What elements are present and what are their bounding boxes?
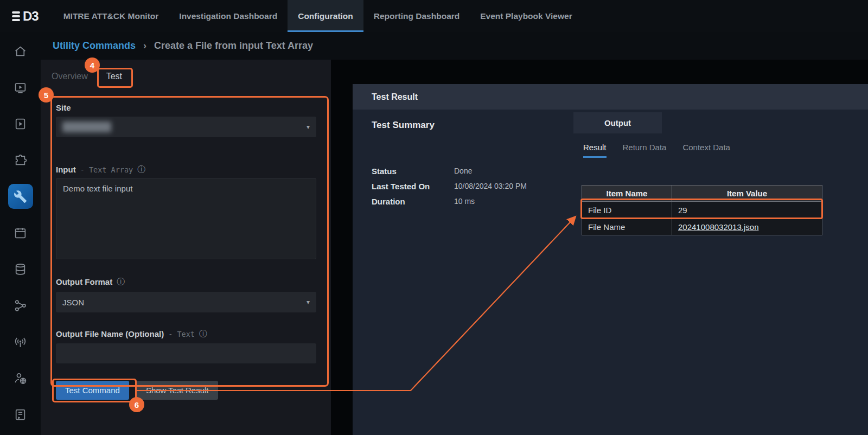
playbook-play-icon bbox=[14, 117, 27, 131]
home-icon bbox=[14, 44, 27, 58]
subtab-return-data[interactable]: Return Data bbox=[623, 143, 667, 158]
cell-file-name-value: 20241008032013.json bbox=[672, 219, 822, 235]
summary-label-last-tested: Last Tested On bbox=[372, 182, 454, 193]
cell-file-id-value: 29 bbox=[672, 202, 822, 219]
output-file-name-type-text: - Text bbox=[168, 330, 195, 338]
calendar-icon bbox=[14, 226, 27, 240]
output-format-value: JSON bbox=[62, 298, 84, 307]
nav-investigation-dashboard[interactable]: Investigation Dashboard bbox=[169, 0, 288, 32]
command-panel-tabs: Overview Test bbox=[52, 72, 122, 88]
sidebar-item-event-monitor[interactable] bbox=[8, 75, 33, 100]
top-nav-items: MITRE ATT&CK Monitor Investigation Dashb… bbox=[53, 0, 583, 32]
table-header-item-value: Item Value bbox=[672, 185, 822, 202]
puzzle-icon bbox=[14, 153, 27, 167]
summary-label-duration: Duration bbox=[372, 197, 454, 208]
test-result-title: Test Result bbox=[372, 92, 418, 102]
sidebar-item-integrations[interactable] bbox=[8, 148, 33, 172]
chevron-down-icon: ▾ bbox=[307, 123, 310, 131]
database-icon bbox=[14, 263, 27, 276]
info-icon[interactable]: ⓘ bbox=[199, 329, 207, 339]
table-header-row: Item Name Item Value bbox=[582, 185, 822, 202]
annotation-badge-4: 4 bbox=[85, 57, 100, 73]
event-monitor-icon bbox=[14, 81, 27, 94]
top-navigation-bar: D3 MITRE ATT&CK Monitor Investigation Da… bbox=[0, 0, 868, 32]
table-row-file-name: File Name 20241008032013.json bbox=[582, 219, 822, 235]
report-certificate-icon bbox=[14, 408, 27, 421]
site-label: Site bbox=[56, 103, 71, 112]
input-label: Input - Text Array ⓘ bbox=[56, 164, 145, 175]
breadcrumb-chevron-icon: › bbox=[143, 40, 146, 52]
subtab-context-data[interactable]: Context Data bbox=[682, 143, 730, 158]
output-file-name-label-text: Output File Name (Optional) bbox=[56, 329, 164, 338]
icon-sidebar bbox=[0, 32, 41, 435]
input-textarea[interactable]: Demo text file input bbox=[56, 178, 316, 259]
sidebar-item-utility-commands[interactable] bbox=[8, 184, 33, 209]
sidebar-item-remote-sites[interactable] bbox=[8, 366, 33, 391]
sidebar-item-live-feeds[interactable] bbox=[8, 329, 33, 354]
output-format-label-text: Output Format bbox=[56, 277, 112, 286]
annotation-badge-6: 6 bbox=[129, 397, 144, 412]
output-subtabs: Result Return Data Context Data bbox=[583, 143, 730, 158]
nav-event-playbook-viewer[interactable]: Event Playbook Viewer bbox=[470, 0, 582, 32]
sidebar-item-connections[interactable] bbox=[8, 293, 33, 318]
d3-logo-text: D3 bbox=[23, 9, 39, 24]
show-test-result-button[interactable]: Show Test Result bbox=[137, 381, 218, 400]
sidebar-item-home[interactable] bbox=[8, 39, 33, 63]
info-icon[interactable]: ⓘ bbox=[137, 164, 145, 175]
test-result-panel: Test Result Test Summary Status Done Las… bbox=[353, 84, 868, 435]
tab-overview[interactable]: Overview bbox=[52, 72, 88, 88]
sidebar-item-data-management[interactable] bbox=[8, 257, 33, 282]
user-globe-icon bbox=[14, 372, 27, 385]
cell-file-name-name: File Name bbox=[582, 219, 672, 235]
output-file-name-input[interactable] bbox=[56, 343, 316, 363]
summary-value-last-tested: 10/08/2024 03:20 PM bbox=[454, 182, 527, 193]
site-label-text: Site bbox=[56, 103, 71, 112]
site-select[interactable]: ▾ bbox=[56, 117, 316, 137]
breadcrumb: Utility Commands › Create a File from in… bbox=[0, 32, 868, 60]
test-command-button[interactable]: Test Command bbox=[56, 381, 129, 400]
file-name-link[interactable]: 20241008032013.json bbox=[678, 222, 758, 232]
tab-output[interactable]: Output bbox=[573, 112, 662, 133]
sidebar-item-schedule[interactable] bbox=[8, 220, 33, 245]
cell-file-id-name: File ID bbox=[582, 202, 672, 219]
chevron-down-icon: ▾ bbox=[307, 298, 310, 306]
summary-value-status: Done bbox=[454, 167, 527, 178]
nav-configuration[interactable]: Configuration bbox=[288, 0, 363, 32]
input-type-text: - Text Array bbox=[80, 165, 133, 174]
nav-reporting-dashboard[interactable]: Reporting Dashboard bbox=[363, 0, 470, 32]
d3-logo[interactable]: D3 bbox=[0, 0, 53, 32]
share-nodes-icon bbox=[14, 299, 27, 312]
app-window: D3 MITRE ATT&CK Monitor Investigation Da… bbox=[0, 0, 868, 435]
summary-value-duration: 10 ms bbox=[454, 197, 527, 208]
tab-test[interactable]: Test bbox=[106, 72, 122, 88]
broadcast-icon bbox=[14, 335, 27, 349]
output-format-label: Output Format ⓘ bbox=[56, 277, 125, 287]
output-result-table: Item Name Item Value File ID 29 File Nam… bbox=[582, 185, 822, 235]
site-value-redacted bbox=[62, 121, 111, 132]
command-test-panel: Overview Test Site ▾ Input - Text Array … bbox=[41, 60, 331, 435]
d3-logo-icon bbox=[12, 11, 20, 21]
nav-mitre-attack-monitor[interactable]: MITRE ATT&CK Monitor bbox=[53, 0, 169, 32]
info-icon[interactable]: ⓘ bbox=[117, 277, 125, 287]
input-label-text: Input bbox=[56, 165, 76, 174]
summary-label-status: Status bbox=[372, 167, 454, 178]
test-result-header: Test Result bbox=[353, 84, 868, 110]
table-header-item-name: Item Name bbox=[582, 185, 672, 202]
test-summary-heading: Test Summary bbox=[372, 120, 435, 131]
test-summary-rows: Status Done Last Tested On 10/08/2024 03… bbox=[372, 167, 527, 208]
table-row-file-id: File ID 29 bbox=[582, 202, 822, 219]
breadcrumb-utility-commands[interactable]: Utility Commands bbox=[53, 40, 136, 52]
wrench-icon bbox=[14, 190, 27, 203]
output-file-name-label: Output File Name (Optional) - Text ⓘ bbox=[56, 329, 207, 339]
annotation-badge-5: 5 bbox=[39, 87, 54, 103]
sidebar-item-reports[interactable] bbox=[8, 402, 33, 427]
subtab-result[interactable]: Result bbox=[583, 143, 607, 158]
breadcrumb-current-page: Create a File from input Text Array bbox=[154, 40, 313, 52]
sidebar-item-playbooks[interactable] bbox=[8, 111, 33, 136]
output-format-select[interactable]: JSON ▾ bbox=[56, 292, 316, 312]
